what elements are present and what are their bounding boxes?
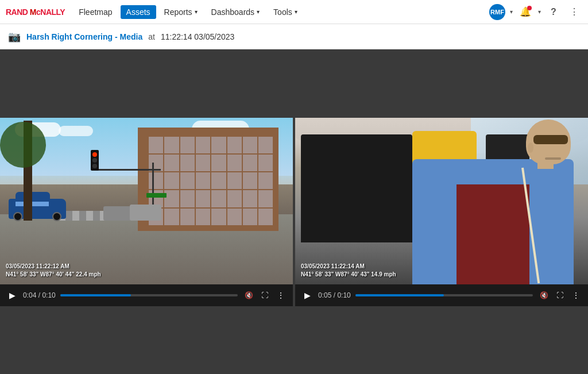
interior-camera-controls: ▶ 0:05 / 0:10 🔇 ⛶ (295, 284, 588, 306)
interior-fullscreen-button[interactable]: ⛶ (554, 289, 566, 302)
front-more-button[interactable]: ⋮ (274, 289, 287, 302)
front-camera-player: 03/05/2023 11:22:12 AM N41° 58' 33" W87°… (0, 118, 293, 306)
top-navigation: RAND McNALLY Fleetmap Assets Reports ▾ D… (0, 0, 588, 24)
user-avatar[interactable]: RMF (489, 4, 505, 20)
interior-camera-canvas: 03/05/2023 11:22:14 AM N41° 58' 33" W87°… (295, 118, 588, 284)
fullscreen-icon-right: ⛶ (556, 291, 563, 299)
dashboards-caret-icon: ▾ (257, 9, 260, 15)
interior-mute-button[interactable]: 🔇 (537, 289, 550, 302)
play-icon-right: ▶ (304, 291, 311, 300)
interior-progress-bar[interactable] (355, 294, 533, 296)
nav-right-controls: RMF ▾ 🔔 ▾ ? ⋮ (489, 4, 582, 20)
front-timestamp-coords: N41° 58' 33" W87° 40' 44" 22.4 mph (6, 271, 101, 279)
front-progress-bar[interactable] (60, 294, 238, 296)
nav-reports[interactable]: Reports ▾ (158, 5, 203, 19)
front-play-button[interactable]: ▶ (6, 289, 18, 302)
play-icon: ▶ (9, 291, 16, 300)
front-controls-right: 🔇 ⛶ ⋮ (242, 289, 287, 302)
help-button[interactable]: ? (546, 4, 562, 20)
interior-play-button[interactable]: ▶ (301, 289, 314, 302)
avatar-caret-icon[interactable]: ▾ (510, 9, 513, 15)
notification-badge (527, 6, 532, 10)
event-title: Harsh Right Cornering - Media (26, 32, 142, 41)
camera-icon: 📷 (8, 30, 21, 43)
video-top-spacer (0, 49, 588, 118)
interior-current-time: 0:05 / 0:10 (318, 291, 351, 299)
help-icon: ? (551, 7, 556, 17)
brand-logo-mc: M (30, 7, 36, 17)
video-players-row: 03/05/2023 11:22:12 AM N41° 58' 33" W87°… (0, 118, 588, 306)
interior-timestamp-date: 03/05/2023 11:22:14 AM (301, 263, 396, 271)
fullscreen-icon: ⛶ (261, 291, 268, 299)
interior-timestamp-coords: N41° 58' 33" W87° 40' 43" 14.9 mph (301, 271, 396, 279)
front-progress-fill (60, 294, 131, 296)
mute-icon-right: 🔇 (540, 291, 548, 299)
nav-assets[interactable]: Assets (121, 5, 156, 19)
front-camera-canvas: 03/05/2023 11:22:12 AM N41° 58' 33" W87°… (0, 118, 293, 284)
subheader-bar: 📷 Harsh Right Cornering - Media at 11:22… (0, 24, 588, 49)
brand-logo[interactable]: RAND McNALLY (6, 7, 65, 17)
nav-fleetmap[interactable]: Fleetmap (73, 5, 118, 19)
nav-fleetmap-label: Fleetmap (79, 7, 112, 17)
bell-caret-icon[interactable]: ▾ (538, 9, 541, 15)
interior-camera-scene: 03/05/2023 11:22:14 AM N41° 58' 33" W87°… (295, 118, 588, 284)
nav-dashboards[interactable]: Dashboards ▾ (206, 5, 266, 19)
video-area: 03/05/2023 11:22:12 AM N41° 58' 33" W87°… (0, 49, 588, 374)
front-camera-scene: 03/05/2023 11:22:12 AM N41° 58' 33" W87°… (0, 118, 293, 284)
front-camera-controls: ▶ 0:04 / 0:10 🔇 ⛶ (0, 284, 293, 306)
nav-tools-label: Tools (273, 7, 292, 17)
front-mute-button[interactable]: 🔇 (242, 289, 255, 302)
reports-caret-icon: ▾ (195, 9, 198, 15)
nav-reports-label: Reports (164, 7, 192, 17)
interior-controls-right: 🔇 ⛶ ⋮ (537, 289, 582, 302)
front-current-time: 0:04 / 0:10 (23, 291, 56, 299)
notifications-button[interactable]: 🔔 (517, 4, 533, 20)
interior-progress-fill (355, 294, 444, 296)
brand-logo-nally: cNALLY (36, 7, 65, 17)
at-label: at (148, 32, 155, 41)
interior-camera-player: 03/05/2023 11:22:14 AM N41° 58' 33" W87°… (293, 118, 588, 306)
front-video-timestamp: 03/05/2023 11:22:12 AM N41° 58' 33" W87°… (6, 263, 101, 279)
front-timestamp-date: 03/05/2023 11:22:12 AM (6, 263, 101, 271)
more-menu-icon: ⋮ (570, 6, 579, 17)
interior-video-timestamp: 03/05/2023 11:22:14 AM N41° 58' 33" W87°… (301, 263, 396, 279)
more-icon: ⋮ (277, 291, 285, 300)
nav-dashboards-label: Dashboards (211, 7, 255, 17)
nav-tools[interactable]: Tools ▾ (268, 5, 303, 19)
avatar-initials: RMF (490, 9, 504, 16)
video-bottom-spacer (0, 306, 588, 375)
nav-assets-label: Assets (126, 7, 150, 17)
mute-icon: 🔇 (245, 291, 253, 299)
interior-more-button[interactable]: ⋮ (570, 289, 582, 302)
tools-caret-icon: ▾ (295, 9, 297, 15)
brand-logo-rand: RAND (6, 7, 30, 17)
main-content-area: 03/05/2023 11:22:12 AM N41° 58' 33" W87°… (0, 49, 588, 374)
more-menu-button[interactable]: ⋮ (566, 4, 582, 20)
front-fullscreen-button[interactable]: ⛶ (258, 289, 271, 302)
more-icon-right: ⋮ (572, 291, 580, 300)
event-timestamp: 11:22:14 03/05/2023 (161, 32, 234, 41)
